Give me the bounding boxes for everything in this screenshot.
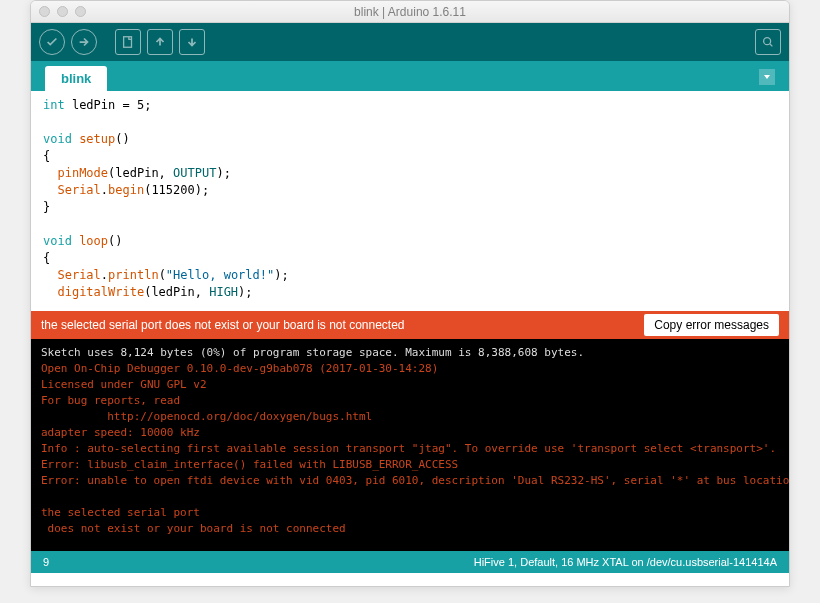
code-token: "Hello, world!" xyxy=(166,268,274,282)
close-window-button[interactable] xyxy=(39,6,50,17)
verify-button[interactable] xyxy=(39,29,65,55)
status-bar: 9 HiFive 1, Default, 16 MHz XTAL on /dev… xyxy=(31,551,789,573)
console-line: Sketch uses 8,124 bytes (0%) of program … xyxy=(41,346,584,359)
console-output[interactable]: Sketch uses 8,124 bytes (0%) of program … xyxy=(31,339,789,551)
console-line: Error: libusb_claim_interface() failed w… xyxy=(41,458,458,471)
code-token: Serial xyxy=(57,268,100,282)
code-token: void xyxy=(43,132,72,146)
code-token: loop xyxy=(79,234,108,248)
code-token: setup xyxy=(79,132,115,146)
console-line: does not exist or your board is not conn… xyxy=(41,522,346,535)
status-line-number: 9 xyxy=(43,556,49,568)
code-token: OUTPUT xyxy=(173,166,216,180)
error-message: the selected serial port does not exist … xyxy=(41,318,405,332)
arduino-window: blink | Arduino 1.6.11 blink int ledPin … xyxy=(30,0,790,587)
console-line: the selected serial port xyxy=(41,506,207,519)
code-token: ( xyxy=(159,268,166,282)
tab-bar: blink xyxy=(31,61,789,91)
code-token: HIGH xyxy=(209,285,238,299)
code-token xyxy=(43,166,57,180)
error-bar: the selected serial port does not exist … xyxy=(31,311,789,339)
console-line: adapter speed: 10000 kHz xyxy=(41,426,200,439)
code-token: ledPin = 5; xyxy=(65,98,152,112)
code-token: println xyxy=(108,268,159,282)
code-token: Serial xyxy=(57,183,100,197)
code-token: ); xyxy=(274,268,288,282)
code-token: . xyxy=(101,183,108,197)
code-token: (115200); xyxy=(144,183,209,197)
toolbar xyxy=(31,23,789,61)
code-token: () xyxy=(115,132,129,146)
zoom-window-button[interactable] xyxy=(75,6,86,17)
console-line: Info : auto-selecting first available se… xyxy=(41,442,776,455)
code-token: { xyxy=(43,251,50,265)
code-token: pinMode xyxy=(57,166,108,180)
tab-blink[interactable]: blink xyxy=(45,66,107,91)
code-token: digitalWrite xyxy=(57,285,144,299)
console-line: For bug reports, read xyxy=(41,394,180,407)
copy-error-button[interactable]: Copy error messages xyxy=(644,314,779,336)
window-controls xyxy=(39,6,86,17)
serial-monitor-button[interactable] xyxy=(755,29,781,55)
code-token: void xyxy=(43,234,72,248)
code-token xyxy=(43,285,57,299)
svg-point-1 xyxy=(764,38,771,45)
titlebar: blink | Arduino 1.6.11 xyxy=(31,1,789,23)
save-button[interactable] xyxy=(179,29,205,55)
svg-rect-0 xyxy=(124,37,132,48)
code-token xyxy=(43,183,57,197)
code-token: { xyxy=(43,149,50,163)
code-token: () xyxy=(108,234,122,248)
window-title: blink | Arduino 1.6.11 xyxy=(31,5,789,19)
minimize-window-button[interactable] xyxy=(57,6,68,17)
code-token: ); xyxy=(216,166,230,180)
code-token: (ledPin, xyxy=(108,166,173,180)
console-line: Error: unable to open ftdi device with v… xyxy=(41,474,789,487)
code-token: int xyxy=(43,98,65,112)
open-button[interactable] xyxy=(147,29,173,55)
tab-menu-button[interactable] xyxy=(759,69,775,85)
console-line: Open On-Chip Debugger 0.10.0-dev-g9bab07… xyxy=(41,362,438,375)
code-token: . xyxy=(101,268,108,282)
code-token: ); xyxy=(238,285,252,299)
code-token xyxy=(43,268,57,282)
console-line: Licensed under GNU GPL v2 xyxy=(41,378,207,391)
code-token: } xyxy=(43,200,50,214)
code-editor[interactable]: int ledPin = 5; void setup() { pinMode(l… xyxy=(31,91,789,311)
code-token: begin xyxy=(108,183,144,197)
console-line: http://openocd.org/doc/doxygen/bugs.html xyxy=(41,410,372,423)
upload-button[interactable] xyxy=(71,29,97,55)
status-board-info: HiFive 1, Default, 16 MHz XTAL on /dev/c… xyxy=(474,556,777,568)
new-button[interactable] xyxy=(115,29,141,55)
code-token: (ledPin, xyxy=(144,285,209,299)
